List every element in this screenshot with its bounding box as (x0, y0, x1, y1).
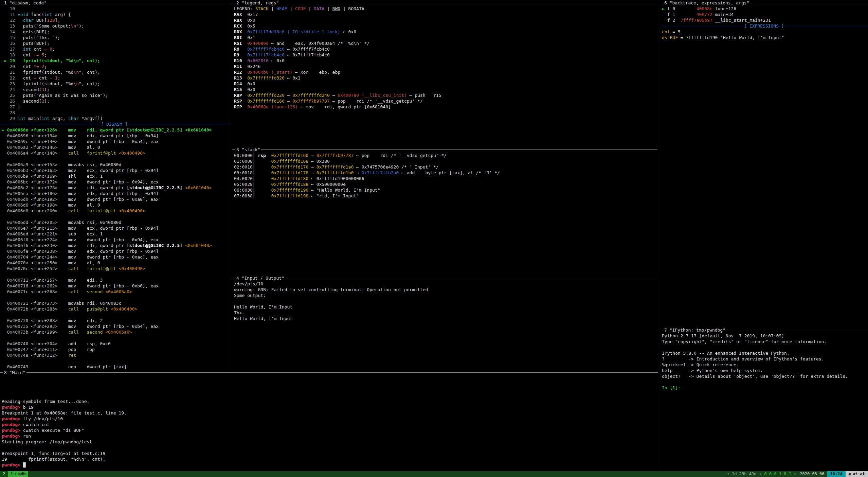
terminal-line: 0x40069c <func+140> mov dword ptr [rbp -… (2, 139, 229, 144)
ipython-console-block[interactable]: Python 2.7.17 (default, Nov 7 2019, 10:0… (660, 333, 868, 391)
terminal-line: Hello World, I'm Input (234, 316, 657, 321)
terminal-line: pwndbg> cwatch cnt (2, 422, 658, 427)
terminal-line: %quickref -> Quick reference. (662, 362, 868, 368)
terminal-line (2, 358, 229, 364)
terminal-line: Breakpoint 1 at 0x40068e: file test.c, l… (2, 410, 658, 416)
watch-expression-list: cnt = 5ds BUF = 7fffffffd190 "Hello Worl… (660, 29, 868, 40)
terminal-line: 25 puts("Again as it was so nice"); (2, 92, 229, 98)
terminal-line: 19 fprintf(stdout, "%d\n", cnt); (2, 456, 658, 462)
terminal-line: R9 0x7ffff7fcb4c0 ← 0x7ffff7fcb4c0 (234, 52, 657, 58)
terminal-line (2, 387, 658, 393)
tmux-window-name: gdb (18, 472, 26, 476)
pane-divider-vertical-right[interactable] (659, 0, 659, 471)
tmux-session-indicator[interactable]: 2 (0, 471, 8, 477)
terminal-line (2, 381, 658, 387)
terminal-line: 0x40070c <func+252> call fprintf@plt <0x… (2, 266, 229, 271)
pane-disasm-code[interactable]: 1 "disasm, code" 10 11 void func(int arg… (0, 0, 229, 370)
pane-border-input-output: 4 "Input / Output" (232, 275, 657, 281)
terminal-line: 13 puts("Some output:\n"); (2, 23, 229, 29)
expressions-section-label: [ EXPRESSIONS ] (743, 23, 785, 29)
terminal-line: ? -> Introduction and overview of IPytho… (662, 356, 868, 362)
terminal-line: pwndbg> run (2, 433, 658, 439)
terminal-line: 0x4006ed <func+221> sub ecx, 1 (2, 231, 229, 237)
terminal-line: 0x4006a9 <func+153> movabs rsi, 0x40080d (2, 162, 229, 167)
pane-title-main: 8 "Main" (3, 370, 26, 375)
terminal-line: R8 0x7ffff7fcb4c0 ← 0x7ffff7fcb4c0 (234, 46, 657, 52)
source-code-block: 10 11 void func(int arg) { 12 char BUF[1… (0, 6, 229, 121)
terminal-line: 0x400721 <func+273> movabs rdi, 0x40083c (2, 300, 229, 306)
pane-title-backtrace: 6 "backtrace, expressions, args" (663, 0, 750, 5)
terminal-line: 0x40070a <func+250> mov al, 0 (2, 260, 229, 266)
terminal-line: 0x4006d6 <func+198> mov al, 0 (2, 202, 229, 208)
terminal-line: 0x4006bc <func+172> mov dword ptr [rbp -… (2, 179, 229, 185)
pane-backtrace-expressions[interactable]: 6 "backtrace, expressions, args" ► f 0 4… (660, 0, 868, 327)
terminal-line: 0x4006b9 <func+169> shl ecx, 1 (2, 173, 229, 179)
border-line (280, 3, 657, 3)
terminal-line: 0x4006f6 <func+230> mov rdi, qword ptr [… (2, 243, 229, 248)
section-line (660, 26, 743, 26)
terminal-line: RBX 0x0 (234, 17, 657, 23)
terminal-line: ► f 0 40068e func+126 (662, 6, 868, 12)
terminal-line: Breakpoint 1, func (arg=5) at test.c:19 (2, 450, 658, 456)
terminal-line: pwndbg> cwatch execute "ds BUF" (2, 427, 658, 433)
terminal-line: RBP 0x7fffffffd220 → 0x7fffffffd240 → 0x… (234, 92, 657, 98)
terminal-line: /dev/pts/10 (234, 281, 657, 287)
terminal-line: warning: GDB: Failed to set controlling … (234, 287, 657, 293)
stack-list: 00:0000│ rsp 0x7fffffffd160 → 0x7ffff7b9… (232, 153, 657, 199)
terminal-line: 03:0018│ 0x7fffffffd178 → 0x7fffffffd1b0… (234, 170, 657, 176)
pane-ipython[interactable]: 7 "IPython: tmp/pwndbg" Python 2.7.17 (d… (660, 327, 868, 471)
terminal-line: Type "copyright", "credits" or "license"… (662, 339, 868, 344)
terminal-line: 0x4006a2 <func+146> mov al, 0 (2, 144, 229, 150)
pane-border-ipython: 7 "IPython: tmp/pwndbg" (660, 327, 868, 333)
disassembly-block: ► 0x40068e <func+126> mov rdi, qword ptr… (0, 127, 229, 370)
pane-title-stack: 3 "stack" (235, 147, 261, 152)
pane-main-gdb[interactable]: 8 "Main" Reading symbols from test...don… (0, 370, 658, 471)
pane-stack[interactable]: 3 "stack" 00:0000│ rsp 0x7fffffffd160 → … (232, 147, 657, 275)
terminal-line: 0x4006dd <func+205> movabs rsi, 0x40080d (2, 219, 229, 225)
terminal-line: help -> Python's own help system. (662, 368, 868, 373)
terminal-line (2, 271, 229, 277)
terminal-line: 26 second(2); (2, 98, 229, 104)
gdb-console-block[interactable]: Reading symbols from test...done.pwndbg>… (0, 375, 658, 468)
pane-legend-regs[interactable]: 2 "legend, regs" LEGEND: STACK | HEAP | … (232, 0, 657, 147)
backtrace-frame-list: ► f 0 40068e func+126 f 1 400772 main+34… (660, 6, 868, 23)
terminal-line: 21 fprintf(stdout, "%d\n", cnt); (2, 69, 229, 75)
pane-divider-vertical-left[interactable] (230, 0, 230, 370)
terminal-line: 18 cnt += 5; (2, 52, 229, 58)
terminal-line: 0x400747 <func+311> pop rbp (2, 347, 229, 352)
terminal-line: 28 (2, 110, 229, 116)
terminal-line: Starting program: /tmp/pwndbg/test (2, 439, 658, 445)
border-dash (660, 330, 663, 330)
terminal-line: 0x4006a4 <func+148> call fprintf@plt <0x… (2, 150, 229, 156)
terminal-line: 0x400704 <func+244> mov dword ptr [rbp -… (2, 254, 229, 260)
terminal-line: 0x40072b <func+283> call puts@plt <0x400… (2, 306, 229, 312)
terminal-line: 0x400730 <func+288> mov edi, 2 (2, 318, 229, 323)
terminal-line: 0x40071c <func+268> call second <0x4005a… (2, 289, 229, 295)
terminal-line: 16 puts(BUF); (2, 40, 229, 46)
terminal-line: 0x4006ca <func+186> mov edx, dword ptr [… (2, 191, 229, 196)
terminal-line: ds BUF = 7fffffffd190 "Hello World, I'm … (662, 35, 868, 40)
section-line (0, 124, 100, 124)
border-dash (232, 278, 235, 278)
border-dash (660, 3, 663, 3)
terminal-line: 06:0030│ 0x7fffffffd190 ← "Hello World, … (234, 187, 657, 193)
terminal-line: RCX 0x5 (234, 23, 657, 29)
disasm-section-label: [ DISASM ] (100, 122, 129, 127)
terminal-line: 0x400696 <func+134> mov edx, dword ptr [… (2, 133, 229, 139)
register-list: LEGEND: STACK | HEAP | CODE | DATA | RWX… (232, 6, 657, 110)
terminal-line: pwndbg> tty /dev/pts/10 (2, 416, 658, 422)
terminal-line: IPython 5.8.0 -- An enhanced Interactive… (662, 350, 868, 356)
terminal-line: 07:0038│ 0x7fffffffd198 ← "rld, I'm Inpu… (234, 193, 657, 199)
border-line (26, 372, 658, 373)
terminal-line (662, 344, 868, 350)
pane-title-ipython: 7 "IPython: tmp/pwndbg" (663, 328, 726, 333)
terminal-line: ► 19 fprintf(stdout, "%d\n", cnt); (2, 58, 229, 64)
chevron-right-icon: > (13, 472, 18, 476)
pane-title-legend-regs: 2 "legend, regs" (235, 0, 280, 5)
terminal-line: Python 2.7.17 (default, Nov 7 2019, 10:0… (662, 333, 868, 339)
terminal-line: 24 second(3); (2, 87, 229, 92)
terminal-line: LEGEND: STACK | HEAP | CODE | DATA | RWX… (234, 6, 657, 12)
terminal-line: 14 gets(BUF); (2, 29, 229, 35)
pane-input-output[interactable]: 4 "Input / Output" /dev/pts/10warning: G… (232, 275, 657, 370)
tmux-window-tab[interactable]: 1>gdb (8, 471, 28, 477)
